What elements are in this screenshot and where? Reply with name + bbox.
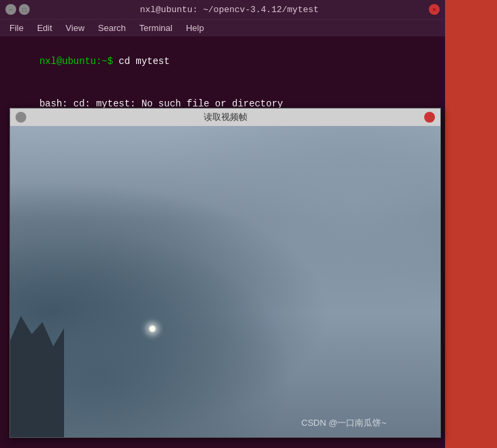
menu-search[interactable]: Search (92, 22, 131, 34)
popup-close-button[interactable] (424, 112, 435, 123)
menu-help[interactable]: Help (181, 22, 210, 34)
terminal-titlebar: − □ nxl@ubuntu: ~/opencv-3.4.12/mytest × (0, 0, 445, 19)
menu-bar: File Edit View Search Terminal Help (0, 19, 445, 36)
terminal-line-1: nxl@ubuntu:~$ cd mytest (5, 40, 440, 83)
terminal-minimize-button[interactable]: − (5, 4, 16, 15)
popup-titlebar: 读取视频帧 (10, 108, 440, 126)
menu-edit[interactable]: Edit (32, 22, 57, 34)
popup-title: 读取视频帧 (26, 111, 424, 123)
terminal-close-button[interactable]: × (429, 4, 440, 15)
popup-minimize-button[interactable] (16, 112, 26, 123)
menu-view[interactable]: View (60, 22, 90, 34)
menu-terminal[interactable]: Terminal (134, 22, 178, 34)
watermark: CSDN @一口南瓜饼~ (301, 417, 386, 429)
bright-spot (148, 325, 156, 333)
prompt-1: nxl@ubuntu:~$ (39, 56, 119, 67)
popup-window: 读取视频帧 CSDN @一口南瓜饼~ (9, 108, 441, 438)
terminal-maximize-button[interactable]: □ (19, 4, 30, 15)
terminal-window-controls: − □ (5, 4, 30, 15)
red-sidebar (445, 0, 497, 448)
building-silhouette (10, 316, 64, 437)
popup-controls (16, 112, 26, 123)
video-background (10, 126, 440, 437)
video-frame: CSDN @一口南瓜饼~ (10, 126, 440, 437)
terminal-title: nxl@ubuntu: ~/opencv-3.4.12/mytest (30, 5, 429, 15)
command-1: cd mytest (119, 56, 170, 67)
menu-file[interactable]: File (4, 22, 29, 34)
